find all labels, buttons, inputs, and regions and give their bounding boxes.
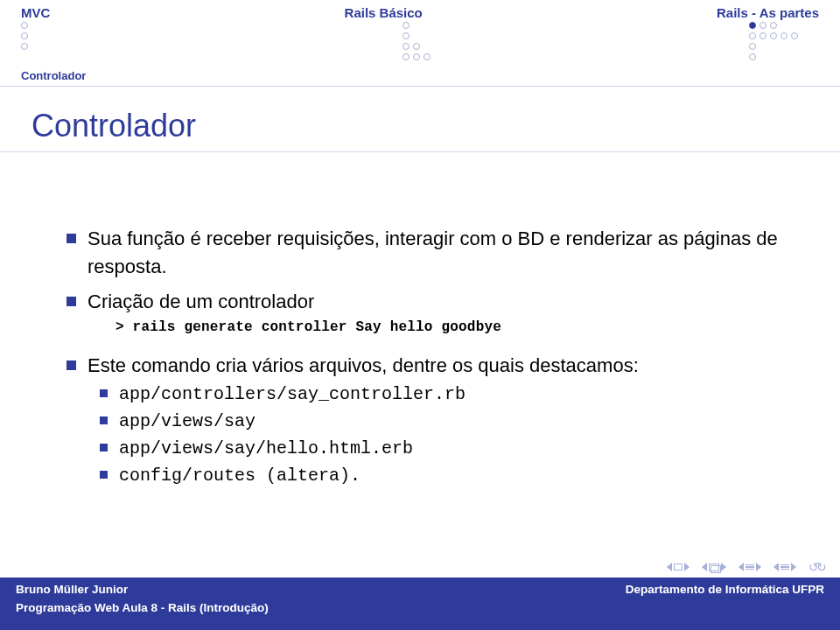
nav-sections: MVC Rails Básico Rails - As partes [0, 5, 840, 20]
redo-icon[interactable]: ↺↻ [808, 560, 824, 574]
dots-group-mvc [21, 22, 91, 60]
footer-course: Programação Web Aula 8 - Rails (Introduç… [16, 601, 269, 614]
nav-section-group [738, 563, 761, 571]
dot-icon[interactable] [760, 32, 766, 39]
bullet-item: Sua função é receber requisições, intera… [88, 225, 798, 281]
footer-row-2: Programação Web Aula 8 - Rails (Introduç… [0, 596, 840, 614]
dots-group-basico [385, 22, 455, 60]
prev-frame-icon[interactable] [702, 563, 707, 571]
dot-current-icon[interactable] [749, 22, 756, 29]
next-frame-icon[interactable] [721, 563, 726, 571]
slide-title: Controlador [0, 87, 840, 151]
bullet-text: Este comando cria vários arquivos, dentr… [88, 354, 639, 376]
dot-icon[interactable] [21, 43, 28, 50]
nav-progress-dots [0, 20, 840, 60]
code-block: > rails generate controller Say hello go… [88, 316, 798, 345]
dot-icon[interactable] [760, 22, 766, 29]
sub-bullet-item: app/controllers/say_controller.rb [119, 382, 798, 407]
footer: Bruno Müller Junior Departamento de Info… [0, 578, 840, 630]
footer-author: Bruno Müller Junior [16, 583, 128, 596]
subsection-label: Controlador [0, 60, 840, 84]
bullet-item: Criação de um controlador > rails genera… [88, 288, 798, 345]
dot-icon[interactable] [424, 53, 430, 60]
sub-bullet-item: app/views/say/hello.html.erb [119, 436, 798, 461]
prev-section-icon[interactable] [738, 563, 744, 571]
frame-icon[interactable] [674, 564, 682, 570]
dots-group-partes [749, 22, 819, 60]
bullet-text: Criação de um controlador [88, 290, 314, 312]
dot-icon[interactable] [413, 43, 420, 50]
header: MVC Rails Básico Rails - As partes [0, 0, 840, 87]
sub-bullet-item: config/routes (altera). [119, 463, 798, 488]
dot-icon[interactable] [749, 32, 756, 39]
dot-icon[interactable] [402, 22, 410, 29]
footer-affiliation: Departamento de Informática UFPR [626, 583, 824, 596]
nav-subsection-group [774, 563, 796, 571]
dot-icon[interactable] [413, 53, 420, 60]
dot-icon[interactable] [749, 43, 756, 50]
sub-list: app/controllers/say_controller.rb app/vi… [88, 382, 798, 488]
next-slide-icon[interactable] [684, 563, 690, 571]
slide-content: Sua função é receber requisições, intera… [0, 151, 840, 630]
lines-icon[interactable] [780, 564, 789, 570]
nav-item-rails-basico[interactable]: Rails Básico [345, 5, 423, 20]
footer-row-1: Bruno Müller Junior Departamento de Info… [0, 578, 840, 596]
dot-icon[interactable] [791, 32, 798, 39]
dot-icon[interactable] [749, 53, 756, 60]
dot-icon[interactable] [21, 32, 28, 39]
dot-icon[interactable] [770, 32, 777, 39]
nav-slide-group [667, 563, 690, 571]
dot-icon[interactable] [780, 32, 788, 39]
slide: MVC Rails Básico Rails - As partes [0, 0, 840, 630]
next-section-icon[interactable] [756, 563, 761, 571]
lines-icon[interactable] [746, 564, 754, 570]
dot-icon[interactable] [402, 53, 410, 60]
dot-icon[interactable] [402, 32, 410, 39]
beamer-nav-controls: ↺↻ [667, 560, 824, 574]
prev-slide-icon[interactable] [667, 563, 672, 571]
nav-item-mvc[interactable]: MVC [21, 5, 50, 20]
stack-icon[interactable] [709, 564, 719, 571]
dot-icon[interactable] [770, 22, 777, 29]
sub-bullet-item: app/views/say [119, 409, 798, 434]
nav-frame-group [702, 563, 726, 571]
bullet-item: Este comando cria vários arquivos, dentr… [88, 352, 798, 488]
dot-icon[interactable] [21, 22, 28, 29]
nav-item-rails-partes[interactable]: Rails - As partes [717, 5, 819, 20]
next-subsection-icon[interactable] [791, 563, 796, 571]
dot-icon[interactable] [402, 43, 410, 50]
prev-subsection-icon[interactable] [774, 563, 779, 571]
